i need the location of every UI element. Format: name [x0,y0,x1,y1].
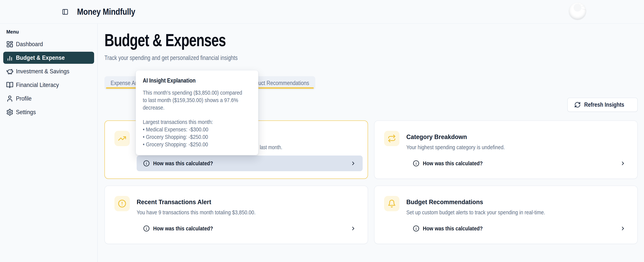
card-description: Your highest spending category is undefi… [406,144,632,151]
app-title: Money Mindfully [77,6,145,17]
page-subtitle: Track your spending and get personalized… [104,54,275,61]
user-icon [6,95,14,102]
sidebar-item-label: Investment & Savings [16,68,70,75]
popover-title: AI Insight Explanation [143,77,251,84]
chevron-right-icon [620,226,626,231]
card-title: Recent Transactions Alert [137,198,363,205]
card-description: You have 9 transactions this month total… [137,209,363,216]
main-content: Budget & Expenses Track your spending an… [98,24,644,262]
sidebar-item-budget-expense[interactable]: Budget & Expense [3,52,94,64]
insight-card-budget-recommendations: Budget Recommendations Set up custom bud… [374,186,638,244]
book-open-icon [6,81,14,89]
chevron-right-icon [350,226,356,231]
sidebar-item-settings[interactable]: Settings [3,106,94,118]
page-title: Budget & Expenses [104,31,260,50]
sidebar-item-investment-savings[interactable]: Investment & Savings [3,65,94,77]
sidebar-item-label: Financial Literacy [16,82,59,88]
insight-card-category-breakdown: Category Breakdown Your highest spending… [374,120,638,179]
insight-card-recent-transactions: Recent Transactions Alert You have 9 tra… [104,186,368,244]
layout-dashboard-icon [6,41,14,48]
sidebar-item-label: Dashboard [16,41,43,48]
card-title: Category Breakdown [406,133,632,140]
piggy-bank-icon [6,68,14,75]
how-calculated-button[interactable]: How was this calculated? [137,156,363,171]
transaction-line: • Medical Expenses: -$300.00 [143,126,251,133]
card-title: Budget Recommendations [406,198,632,205]
gear-icon [6,109,14,116]
info-icon [413,160,419,167]
sidebar-item-label: Budget & Expense [16,54,65,61]
sidebar-item-dashboard[interactable]: Dashboard [3,38,94,50]
refresh-icon [574,101,581,108]
trending-up-icon [114,131,130,146]
app-window: Money Mindfully Menu Dashboard Budget & … [0,0,644,262]
sidebar-item-profile[interactable]: Profile [3,92,94,105]
how-calculated-button[interactable]: How was this calculated? [406,156,632,171]
avatar[interactable] [569,2,586,20]
transaction-line: • Grocery Shopping: -$250.00 [143,133,251,141]
info-icon [143,225,150,232]
how-calculated-button[interactable]: How was this calculated? [406,221,632,236]
how-calculated-button[interactable]: How was this calculated? [137,221,363,236]
alert-circle-icon [114,196,130,211]
transaction-line: • Grocery Shopping: -$250.00 [143,141,251,148]
bell-icon [384,196,400,211]
card-description: Set up custom budget alerts to track you… [406,209,632,216]
info-icon [143,160,150,167]
chevron-right-icon [620,161,626,166]
refresh-insights-label: Refresh Insights [584,101,624,108]
ai-insight-popover: AI Insight Explanation This month's spen… [136,70,258,155]
sidebar-nav: Dashboard Budget & Expense Investment & … [0,38,97,118]
sidebar-item-label: Settings [16,109,36,116]
popover-transactions-list: Largest transactions this month: • Medic… [143,118,251,148]
sidebar-item-financial-literacy[interactable]: Financial Literacy [3,79,94,91]
sidebar-toggle-button[interactable] [60,7,70,17]
sidebar-item-label: Profile [16,95,32,102]
repeat-icon [384,131,400,146]
sidebar: Menu Dashboard Budget & Expense Investme… [0,24,98,262]
chart-column-icon [6,54,14,61]
panel-left-icon [62,9,68,15]
info-icon [413,225,419,232]
app-header: Money Mindfully [0,0,644,24]
sidebar-menu-label: Menu [6,29,97,35]
popover-summary: This month's spending ($3,850.00) compar… [143,89,251,111]
chevron-right-icon [350,161,356,166]
refresh-insights-button[interactable]: Refresh Insights [567,98,638,112]
